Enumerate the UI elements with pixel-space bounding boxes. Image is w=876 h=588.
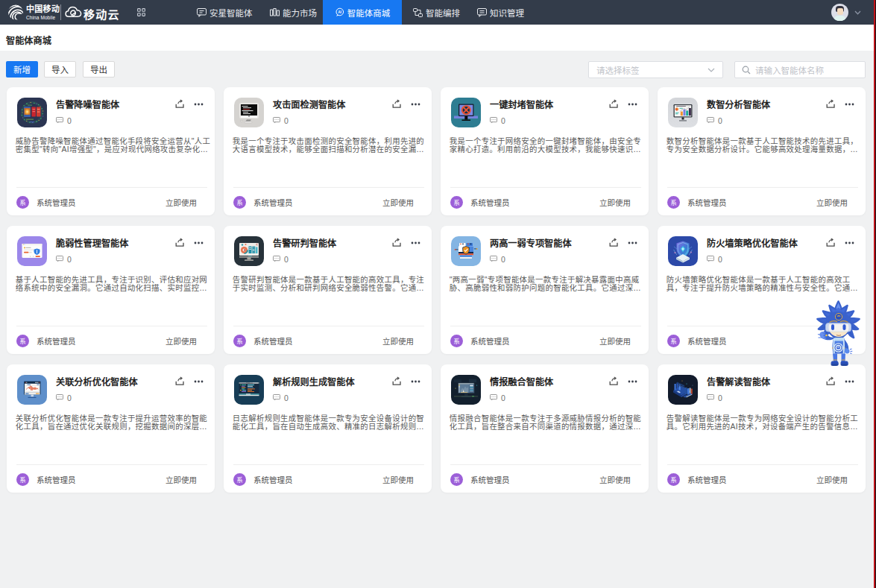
svg-text:AI: AI bbox=[338, 10, 341, 14]
